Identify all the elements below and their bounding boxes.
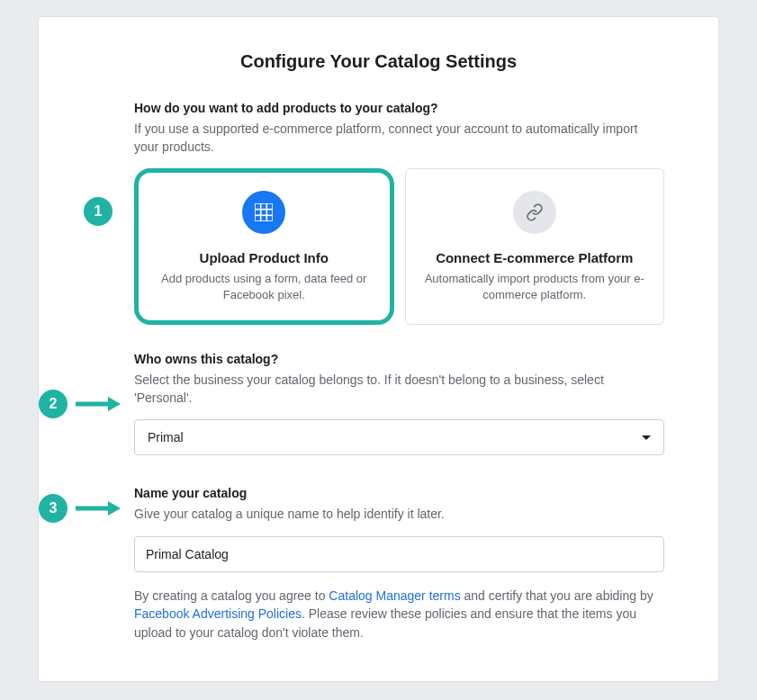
link-icon bbox=[513, 191, 556, 234]
connect-option-title: Connect E-commerce Platform bbox=[424, 250, 646, 265]
page-title: Configure Your Catalog Settings bbox=[93, 51, 664, 72]
section1-subtext: If you use a supported e-commerce platfo… bbox=[134, 121, 664, 156]
section3-label: Name your catalog bbox=[134, 486, 664, 500]
step-badge-3: 3 bbox=[39, 494, 68, 523]
svg-marker-8 bbox=[108, 501, 121, 516]
main-panel: Configure Your Catalog Settings How do y… bbox=[38, 16, 719, 682]
terms-mid: and certify that you are abiding by bbox=[461, 588, 653, 603]
connect-ecommerce-card[interactable]: Connect E-commerce Platform Automaticall… bbox=[405, 168, 665, 325]
grid-icon bbox=[242, 191, 285, 234]
step-badge-2: 2 bbox=[39, 390, 68, 418]
svg-rect-0 bbox=[255, 203, 273, 221]
svg-marker-6 bbox=[108, 397, 121, 411]
terms-prefix: By creating a catalog you agree to bbox=[134, 588, 329, 603]
catalog-name-input[interactable] bbox=[134, 536, 664, 572]
dropdown-value: Primal bbox=[148, 430, 184, 444]
arrow-icon bbox=[74, 498, 121, 519]
connect-option-desc: Automatically import products from your … bbox=[424, 271, 646, 302]
section2-subtext: Select the business your catalog belongs… bbox=[134, 372, 664, 407]
section1-label: How do you want to add products to your … bbox=[134, 101, 664, 115]
chevron-down-icon bbox=[642, 435, 651, 440]
terms-text: By creating a catalog you agree to Catal… bbox=[134, 587, 664, 642]
option-cards: Upload Product Info Add products using a… bbox=[134, 168, 664, 325]
section2-label: Who owns this catalog? bbox=[134, 352, 664, 366]
upload-product-info-card[interactable]: Upload Product Info Add products using a… bbox=[134, 168, 394, 325]
catalog-owner-dropdown[interactable]: Primal bbox=[134, 419, 664, 455]
advertising-policies-link[interactable]: Facebook Advertising Policies bbox=[134, 606, 302, 621]
section3-subtext: Give your catalog a unique name to help … bbox=[134, 506, 664, 524]
upload-option-desc: Add products using a form, data feed or … bbox=[153, 271, 375, 302]
catalog-terms-link[interactable]: Catalog Manager terms bbox=[329, 588, 460, 603]
arrow-icon bbox=[74, 393, 121, 415]
step-badge-1: 1 bbox=[84, 197, 113, 226]
upload-option-title: Upload Product Info bbox=[153, 250, 375, 265]
footer-bar: Cancel Previous Create bbox=[0, 691, 757, 700]
